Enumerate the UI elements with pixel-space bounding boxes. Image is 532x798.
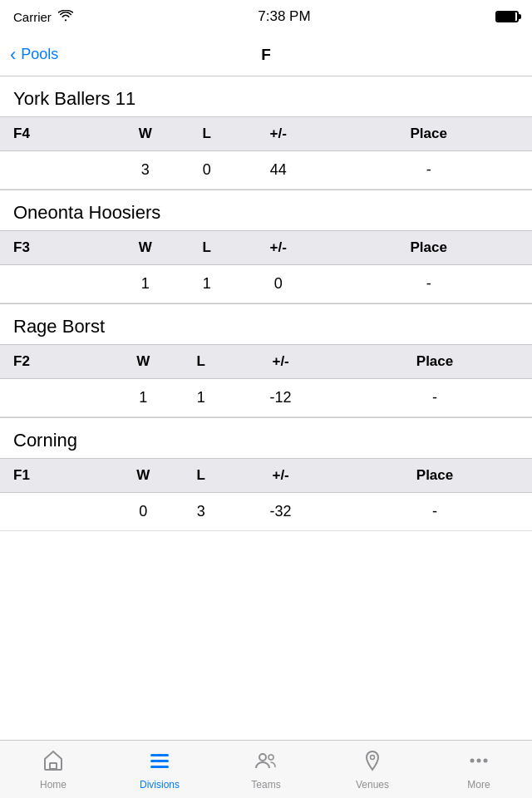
- table-row: 1 1 0 -: [0, 265, 532, 303]
- team-name: Corning: [0, 418, 532, 458]
- cell-place: -: [325, 265, 532, 303]
- back-button[interactable]: ‹ Pools: [10, 46, 58, 64]
- wifi-icon: [58, 10, 73, 24]
- stats-table: F3 W L +/- Place 1 1 0 -: [0, 230, 532, 303]
- cell-l: 3: [178, 493, 224, 531]
- col-header-l: L: [178, 345, 224, 379]
- col-header-w: W: [108, 117, 183, 151]
- more-icon: [467, 749, 490, 776]
- tab-teams-label: Teams: [251, 779, 280, 791]
- cell-plusminus: -32: [224, 493, 337, 531]
- cell-place: -: [337, 493, 532, 531]
- carrier-text: Carrier: [13, 10, 52, 24]
- content-area: York Ballers 11 F4 W L +/- Place 3 0: [0, 76, 532, 740]
- cell-w: 0: [108, 493, 178, 531]
- col-header-code: F3: [0, 231, 108, 265]
- svg-point-8: [477, 758, 481, 762]
- cell-plusminus: -12: [224, 379, 337, 417]
- team-block-f4: York Ballers 11 F4 W L +/- Place 3 0: [0, 76, 532, 190]
- team-name: Oneonta Hoosiers: [0, 190, 532, 230]
- table-row: 3 0 44 -: [0, 151, 532, 190]
- status-carrier: Carrier: [13, 10, 73, 24]
- svg-rect-0: [50, 763, 57, 769]
- stats-table: F1 W L +/- Place 0 3 -32 -: [0, 458, 532, 531]
- col-header-w: W: [108, 231, 183, 265]
- status-battery: [495, 11, 519, 22]
- cell-w: 1: [108, 265, 183, 303]
- col-header-place: Place: [325, 117, 532, 151]
- col-header-w: W: [108, 459, 178, 493]
- tab-home[interactable]: Home: [0, 741, 106, 798]
- svg-point-5: [268, 755, 273, 760]
- col-header-plusminus: +/-: [224, 345, 337, 379]
- cell-empty: [0, 379, 108, 417]
- team-name: Rage Borst: [0, 304, 532, 344]
- tab-venues[interactable]: Venues: [319, 741, 426, 798]
- cell-empty: [0, 493, 108, 531]
- tab-bar: Home Divisions Teams: [0, 740, 532, 798]
- status-time: 7:38 PM: [258, 8, 310, 25]
- status-bar: Carrier 7:38 PM: [0, 0, 532, 33]
- cell-plusminus: 44: [231, 151, 326, 190]
- col-header-place: Place: [325, 231, 532, 265]
- svg-rect-1: [150, 754, 169, 756]
- tab-more[interactable]: More: [426, 741, 532, 798]
- svg-point-9: [484, 758, 488, 762]
- cell-plusminus: 0: [231, 265, 326, 303]
- cell-empty: [0, 265, 108, 303]
- cell-l: 1: [178, 379, 224, 417]
- cell-w: 1: [108, 379, 178, 417]
- svg-rect-3: [150, 766, 169, 768]
- team-name: York Ballers 11: [0, 76, 532, 116]
- page-title: F: [261, 46, 271, 64]
- tab-divisions-label: Divisions: [140, 779, 180, 791]
- cell-l: 0: [183, 151, 231, 190]
- col-header-code: F1: [0, 459, 108, 493]
- back-label: Pools: [21, 46, 58, 63]
- col-header-code: F4: [0, 117, 108, 151]
- tab-venues-label: Venues: [356, 779, 389, 791]
- svg-rect-2: [150, 760, 169, 762]
- col-header-l: L: [183, 231, 231, 265]
- svg-point-4: [259, 754, 266, 761]
- venues-icon: [361, 749, 384, 776]
- cell-empty: [0, 151, 108, 190]
- col-header-l: L: [178, 459, 224, 493]
- stats-table: F2 W L +/- Place 1 1 -12 -: [0, 344, 532, 417]
- tab-divisions[interactable]: Divisions: [106, 741, 213, 798]
- svg-point-7: [470, 758, 475, 762]
- tab-teams[interactable]: Teams: [213, 741, 319, 798]
- table-row: 0 3 -32 -: [0, 493, 532, 531]
- col-header-w: W: [108, 345, 178, 379]
- cell-l: 1: [183, 265, 231, 303]
- col-header-plusminus: +/-: [231, 117, 326, 151]
- cell-place: -: [337, 379, 532, 417]
- divisions-icon: [148, 749, 171, 776]
- cell-place: -: [325, 151, 532, 190]
- col-header-plusminus: +/-: [224, 459, 337, 493]
- col-header-place: Place: [337, 345, 532, 379]
- cell-w: 3: [108, 151, 183, 190]
- team-block-f3: Oneonta Hoosiers F3 W L +/- Place 1: [0, 190, 532, 303]
- col-header-plusminus: +/-: [231, 231, 326, 265]
- nav-bar: ‹ Pools F: [0, 33, 532, 76]
- teams-icon: [254, 749, 278, 776]
- team-block-f1: Corning F1 W L +/- Place 0 3: [0, 418, 532, 531]
- svg-point-6: [371, 755, 375, 759]
- team-block-f2: Rage Borst F2 W L +/- Place 1 1: [0, 304, 532, 417]
- table-row: 1 1 -12 -: [0, 379, 532, 417]
- stats-table: F4 W L +/- Place 3 0 44 -: [0, 116, 532, 190]
- chevron-left-icon: ‹: [10, 46, 16, 64]
- tab-home-label: Home: [40, 779, 66, 791]
- home-icon: [42, 749, 65, 776]
- col-header-code: F2: [0, 345, 108, 379]
- col-header-l: L: [183, 117, 231, 151]
- tab-more-label: More: [467, 779, 490, 791]
- col-header-place: Place: [337, 459, 532, 493]
